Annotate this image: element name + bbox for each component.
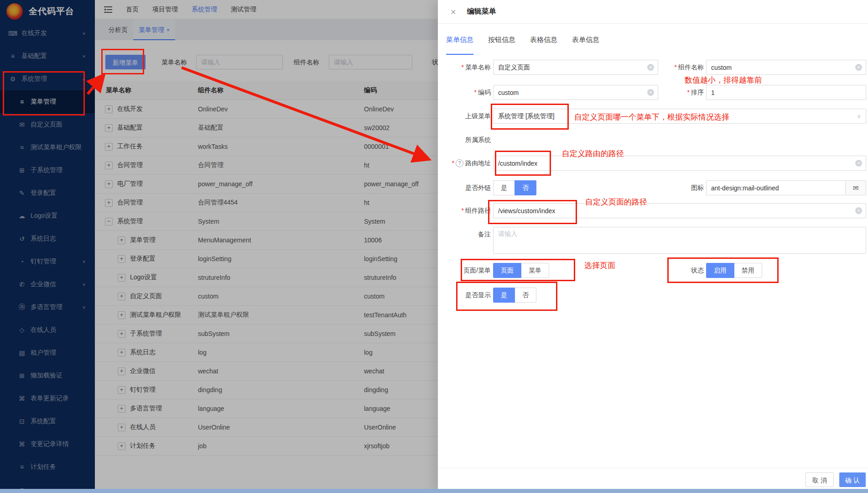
sort-input[interactable] xyxy=(706,85,866,100)
label-text: 是否外链 xyxy=(465,184,491,191)
enable-option[interactable]: 启用 xyxy=(706,263,734,278)
menu-option[interactable]: 菜单 xyxy=(521,263,549,278)
required-mark: * xyxy=(452,159,454,167)
drawer-mask[interactable] xyxy=(0,0,438,493)
status-label: 状态 xyxy=(634,263,704,278)
external-link-label: 是否外链 xyxy=(438,180,491,195)
horizontal-scrollbar[interactable] xyxy=(0,489,868,493)
remark-label: 备注 xyxy=(438,227,491,242)
label-text: 所属系统 xyxy=(465,136,491,143)
belong-system-label: 所属系统 xyxy=(438,132,491,147)
label-text: 是否显示 xyxy=(465,291,491,299)
route-label: *?路由地址 xyxy=(438,156,491,171)
required-mark: * xyxy=(462,207,464,214)
disable-option[interactable]: 禁用 xyxy=(734,263,762,278)
menu-name-label: *菜单名称 xyxy=(438,60,491,75)
parent-menu-select[interactable]: 系统管理 [系统管理]∨ xyxy=(493,109,866,124)
help-circle-icon[interactable]: ? xyxy=(456,159,463,167)
required-mark: * xyxy=(675,63,677,71)
parent-menu-label: 上级菜单 xyxy=(438,109,491,124)
label-text: 编码 xyxy=(478,89,491,96)
show-option[interactable]: 是 xyxy=(493,288,515,303)
label-text: 上级菜单 xyxy=(465,112,491,120)
chevron-down-icon: ∨ xyxy=(857,109,861,123)
clear-icon[interactable]: × xyxy=(855,64,862,71)
clear-icon[interactable]: × xyxy=(855,160,862,167)
sort-label: *排序 xyxy=(634,85,704,100)
edit-menu-drawer: × 编辑菜单 菜单信息 按钮信息 表格信息 表单信息 *菜单名称 × *组件名称… xyxy=(438,0,868,493)
label-text: 路由地址 xyxy=(465,159,491,167)
page-menu-label: 页面/菜单 xyxy=(438,263,491,278)
comp-path-label: *组件路径 xyxy=(438,203,491,218)
required-mark: * xyxy=(474,89,477,96)
mail-icon[interactable]: ✉ xyxy=(846,180,866,195)
external-link-toggle: 是 否 xyxy=(493,180,536,195)
label-text: 组件名称 xyxy=(678,63,704,71)
label-text: 页面/菜单 xyxy=(463,267,491,274)
status-toggle: 启用 禁用 xyxy=(706,263,762,278)
code-label: *编码 xyxy=(438,85,491,100)
icon-input[interactable] xyxy=(706,180,846,195)
comp-name-input[interactable] xyxy=(706,60,866,75)
select-value: 系统管理 [系统管理] xyxy=(498,112,555,120)
external-yes-option[interactable]: 是 xyxy=(493,180,515,195)
hide-option[interactable]: 否 xyxy=(515,288,536,303)
confirm-button[interactable]: 确 认 xyxy=(839,472,866,487)
page-option[interactable]: 页面 xyxy=(493,263,521,278)
icon-label: 图标 xyxy=(634,180,704,195)
visible-toggle: 是 否 xyxy=(493,288,536,303)
comp-name-label: *组件名称 xyxy=(634,60,704,75)
label-text: 状态 xyxy=(691,267,704,274)
menu-name-input[interactable] xyxy=(493,60,658,75)
label-text: 备注 xyxy=(478,231,491,238)
label-text: 图标 xyxy=(691,184,704,191)
visible-label: 是否显示 xyxy=(438,288,491,303)
comp-path-input[interactable] xyxy=(493,203,866,218)
page-menu-toggle: 页面 菜单 xyxy=(493,263,549,278)
required-mark: * xyxy=(687,89,690,96)
code-input[interactable] xyxy=(493,85,658,100)
cancel-button[interactable]: 取 消 xyxy=(806,472,834,487)
drawer-form: *菜单名称 × *组件名称 × *编码 × *排序 上级菜单 系统管理 [系统管… xyxy=(438,0,868,493)
label-text: 组件路径 xyxy=(465,207,491,214)
label-text: 菜单名称 xyxy=(465,63,491,71)
required-mark: * xyxy=(462,63,464,71)
route-input[interactable] xyxy=(493,156,866,171)
remark-textarea[interactable] xyxy=(493,227,866,254)
clear-icon[interactable]: × xyxy=(855,207,862,214)
external-no-option[interactable]: 否 xyxy=(515,180,536,195)
app-root: 全代码平台 ⌨在线开发∨ ≡基础配置∨ ⚙系统管理∧ ≡菜单管理 ✉自定义页面 … xyxy=(0,0,868,493)
label-text: 排序 xyxy=(691,89,704,96)
